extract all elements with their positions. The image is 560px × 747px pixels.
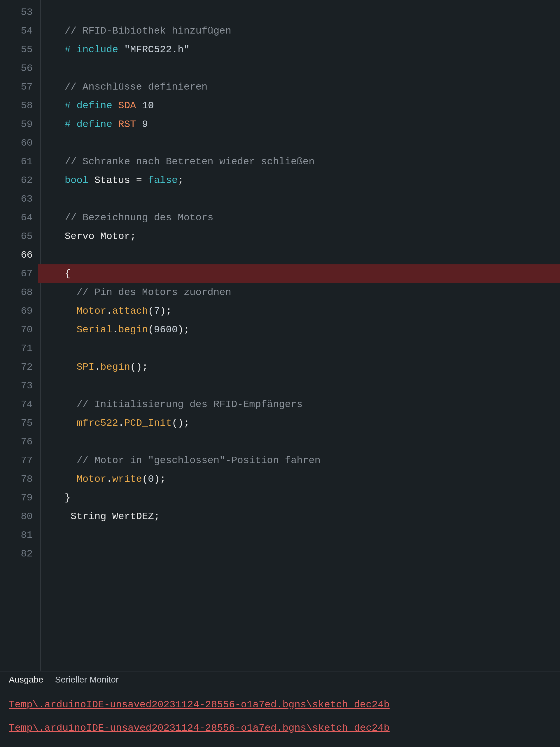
code-line[interactable] xyxy=(38,190,560,208)
line-number: 73 xyxy=(0,377,38,395)
code-token: bool xyxy=(65,175,95,186)
code-line[interactable]: // Pin des Motors zuordnen xyxy=(38,283,560,302)
panel-tabs: Ausgabe Serieller Monitor xyxy=(0,671,560,688)
line-number: 72 xyxy=(0,358,38,377)
code-line[interactable]: // Schranke nach Betreten wieder schließ… xyxy=(38,152,560,171)
code-line[interactable]: Servo Motor; xyxy=(38,227,560,246)
code-token: = xyxy=(136,175,148,186)
code-token: // Anschlüsse definieren xyxy=(65,81,208,93)
tab-serial-monitor[interactable]: Serieller Monitor xyxy=(55,675,118,685)
code-line[interactable]: // Bezeichnung des Motors xyxy=(38,208,560,227)
code-line[interactable]: Motor.attach(7); xyxy=(38,302,560,320)
code-line[interactable]: // Motor in "geschlossen"-Position fahre… xyxy=(38,451,560,470)
code-token: "MFRC522.h" xyxy=(124,44,190,55)
code-token: # define xyxy=(65,100,118,111)
line-number: 67 xyxy=(0,264,38,283)
line-number: 56 xyxy=(0,59,38,78)
code-token: Motor xyxy=(76,473,106,485)
code-token: Serial xyxy=(76,324,112,335)
line-number: 80 xyxy=(0,507,38,526)
line-number: 75 xyxy=(0,414,38,433)
line-number: 68 xyxy=(0,283,38,302)
code-line[interactable]: String WertDEZ; xyxy=(38,507,560,526)
code-token: begin xyxy=(100,362,130,372)
code-line[interactable]: // Initialisierung des RFID-Empfängers xyxy=(38,395,560,414)
line-number: 61 xyxy=(0,152,38,171)
code-token: Motor xyxy=(76,306,106,317)
code-line[interactable]: } xyxy=(38,488,560,507)
tab-output[interactable]: Ausgabe xyxy=(9,675,43,685)
code-token: 0 xyxy=(148,473,154,485)
line-number: 58 xyxy=(0,96,38,115)
code-line[interactable] xyxy=(38,544,560,563)
code-line[interactable] xyxy=(38,377,560,395)
code-line[interactable]: Motor.write(0); xyxy=(38,470,560,488)
code-token: write xyxy=(112,473,142,485)
code-token: String WertDEZ xyxy=(71,511,154,522)
line-number: 66 xyxy=(0,246,38,264)
code-line[interactable]: // RFID-Bibiothek hinzufügen xyxy=(38,22,560,40)
code-token: ); xyxy=(154,473,166,485)
code-token: PCD_Init xyxy=(124,417,172,429)
code-token: begin xyxy=(118,324,148,335)
code-line[interactable]: # define RST 9 xyxy=(38,115,560,134)
code-line[interactable]: bool Status = false; xyxy=(38,171,560,190)
line-number: 55 xyxy=(0,40,38,59)
code-token: mfrc522 xyxy=(76,417,118,429)
code-line[interactable] xyxy=(38,526,560,544)
line-number: 70 xyxy=(0,320,38,339)
line-number: 74 xyxy=(0,395,38,414)
line-number-gutter: 5354555657585960616263646566676869707172… xyxy=(0,0,38,671)
code-token: 7 xyxy=(154,306,160,317)
code-token: . xyxy=(106,473,112,485)
code-token: Status xyxy=(95,175,136,186)
line-number: 79 xyxy=(0,488,38,507)
code-token: 10 xyxy=(142,100,154,111)
code-line[interactable] xyxy=(38,246,560,264)
line-number: 69 xyxy=(0,302,38,320)
code-token: ( xyxy=(148,306,154,317)
line-number: 62 xyxy=(0,171,38,190)
code-token: // Initialisierung des RFID-Empfängers xyxy=(76,399,302,410)
error-line[interactable]: Temp\.arduinoIDE-unsaved20231124-28556-o… xyxy=(9,716,551,740)
line-number: 54 xyxy=(0,22,38,40)
code-line[interactable]: mfrc522.PCD_Init(); xyxy=(38,414,560,433)
code-token: // Bezeichnung des Motors xyxy=(65,212,213,223)
code-line[interactable] xyxy=(38,433,560,451)
code-token: (); xyxy=(130,362,148,372)
code-editor[interactable]: 5354555657585960616263646566676869707172… xyxy=(0,0,560,671)
code-line[interactable] xyxy=(38,339,560,358)
code-token: . xyxy=(118,417,124,429)
code-token: // RFID-Bibiothek hinzufügen xyxy=(65,25,231,36)
code-token: { xyxy=(65,268,71,279)
line-number: 57 xyxy=(0,78,38,96)
code-token: attach xyxy=(112,306,148,317)
code-line[interactable] xyxy=(38,3,560,22)
code-token: ( xyxy=(142,473,148,485)
code-token: // Motor in "geschlossen"-Position fahre… xyxy=(76,455,321,466)
code-token: } xyxy=(65,492,71,504)
code-area[interactable]: // RFID-Bibiothek hinzufügen # include "… xyxy=(38,0,560,671)
code-line[interactable]: # include "MFRC522.h" xyxy=(38,40,560,59)
code-line[interactable] xyxy=(38,59,560,78)
error-line[interactable]: Temp\.arduinoIDE-unsaved20231124-28556-o… xyxy=(9,693,551,716)
code-line[interactable]: SPI.begin(); xyxy=(38,358,560,377)
code-token: RST xyxy=(118,119,142,130)
code-line[interactable]: Serial.begin(9600); xyxy=(38,320,560,339)
line-number: 59 xyxy=(0,115,38,134)
code-line[interactable]: # define SDA 10 xyxy=(38,96,560,115)
line-number: 82 xyxy=(0,544,38,563)
code-line[interactable] xyxy=(38,134,560,152)
code-token: // Schranke nach Betreten wieder schließ… xyxy=(65,156,315,167)
code-token: (); xyxy=(172,417,190,429)
code-line[interactable]: { xyxy=(38,264,560,283)
code-token: ); xyxy=(178,324,190,335)
code-line[interactable]: // Anschlüsse definieren xyxy=(38,78,560,96)
line-number: 60 xyxy=(0,134,38,152)
bottom-panel: Ausgabe Serieller Monitor Temp\.arduinoI… xyxy=(0,671,560,747)
code-token: // Pin des Motors zuordnen xyxy=(76,287,231,298)
line-number: 81 xyxy=(0,526,38,544)
code-token: Servo Motor xyxy=(65,231,130,242)
code-token: false xyxy=(148,175,178,186)
line-number: 65 xyxy=(0,227,38,246)
